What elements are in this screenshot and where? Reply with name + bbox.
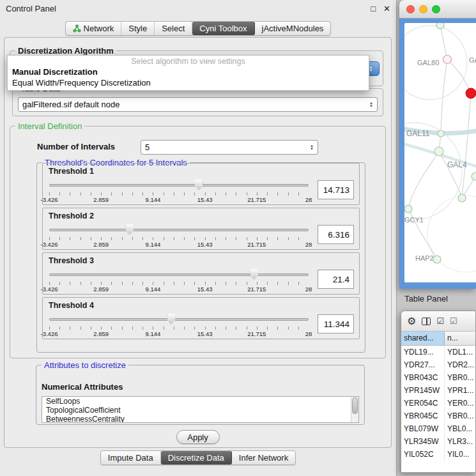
interval-definition-group: Interval Definition Number of Intervals … [10,126,386,358]
list-item[interactable]: SelfLoops [42,397,358,406]
network-node-selected [466,88,476,98]
table-cell[interactable]: YER054C [401,397,445,410]
table-cell[interactable]: YBR043C [401,371,445,384]
table-row[interactable]: YBR045C YBR0... [401,410,475,422]
select-all-icon[interactable]: ☑ [436,317,444,325]
network-canvas[interactable]: GAL80 GA GAL11 GAL4 GCY1 HAP2 [404,23,476,282]
group-title: Interval Definition [15,121,84,131]
close-icon[interactable]: ✕ [383,4,390,13]
column-header-name[interactable]: n... [445,332,475,345]
table-cell[interactable]: YBL079W [401,422,445,435]
threshold-slider[interactable]: -3.426 2.859 9.144 15.43 21.715 28 [49,268,309,293]
table-row[interactable]: YER054C YER0... [401,397,475,410]
tab-jactivemnodules[interactable]: jActiveMNodules [255,22,331,35]
slider-thumb[interactable] [195,180,203,190]
threshold-value-field[interactable]: 11.344 [318,314,354,334]
scrollbar-thumb[interactable] [352,397,358,414]
group-title: Attributes to discretize [42,360,128,370]
table-cell[interactable]: YIL0... [445,448,475,461]
table-cell[interactable]: YDR27... [401,358,445,371]
table-cell[interactable]: YDL1... [445,346,475,358]
tab-infer-network[interactable]: Infer Network [232,451,295,464]
tab-cyni-toolbox[interactable]: Cyni Toolbox [192,22,254,35]
network-node [434,147,443,156]
scale-label: 9.144 [146,241,161,248]
popup-item-equal-width-frequency[interactable]: Equal Width/Frequency Discretization [8,77,369,88]
node-label: GAL11 [406,129,430,138]
tab-impute-data[interactable]: Impute Data [101,451,161,464]
tab-discretize-data[interactable]: Discretize Data [161,451,232,464]
slider-thumb[interactable] [167,314,175,325]
tab-select[interactable]: Select [155,22,192,35]
table-data-combobox[interactable]: galFiltered.sif default node ▲▼ [18,97,378,112]
list-item[interactable]: BetweennessCentrality [42,415,358,423]
table-cell[interactable]: YPR145W [401,384,445,397]
table-row[interactable]: YDR27... YDR2... [401,358,475,371]
table-cell[interactable]: YDL19... [401,346,445,358]
table-row[interactable]: YLR345W YLR3... [401,435,475,448]
zoom-traffic-light[interactable] [432,5,440,13]
slider-thumb[interactable] [125,224,134,235]
threshold-slider[interactable]: -3.426 2.859 9.144 15.43 21.715 28 [49,224,309,248]
table-row[interactable]: YBR043C YBR0... [401,371,475,384]
table-cell[interactable]: YBR0... [445,410,475,422]
popup-item-manual-discretization[interactable]: Manual Discretization [8,66,369,77]
threshold-value-field[interactable]: 21.4 [318,270,354,289]
attributes-group: Attributes to discretize Numerical Attri… [36,365,365,425]
scale-label: 15.43 [197,330,213,337]
network-graph: GAL80 GA GAL11 GAL4 GCY1 HAP2 [404,23,476,282]
scale-label: 9.144 [146,286,161,293]
table-row[interactable]: YDL19... YDL1... [401,346,475,358]
gear-icon[interactable]: ⚙ [407,316,416,326]
number-of-intervals-label: Number of Intervals [37,142,115,151]
node-label: GA [469,56,476,64]
network-node [404,205,412,213]
number-of-intervals-combobox[interactable]: 5 ▲▼ [141,140,318,155]
threshold-label: Threshold 2 [49,211,94,220]
scale-label: 28 [305,241,312,248]
tab-network[interactable]: Network [66,22,122,35]
float-window-icon[interactable]: □ [371,4,376,13]
threshold-panel: Threshold 2 -3.426 2.859 9.144 15.43 [42,208,360,250]
table-cell[interactable]: YDR2... [445,358,475,371]
select-some-icon[interactable]: ☑ [450,317,457,325]
numerical-attributes-list[interactable]: SelfLoops TopologicalCoefficient Between… [42,396,359,423]
slider-track [49,229,309,231]
threshold-label: Threshold 1 [49,167,94,176]
network-node [472,173,476,180]
table-row[interactable]: YIL052C YIL0... [401,448,475,461]
column-header-shared-name[interactable]: shared... [401,332,445,345]
scale-label: 21.715 [247,286,266,293]
apply-button[interactable]: Apply [176,430,220,444]
list-item[interactable]: TopologicalCoefficient [42,406,358,415]
columns-icon[interactable] [422,318,431,325]
node-label: GCY1 [404,216,424,224]
slider-thumb[interactable] [250,269,258,280]
table-panel-title: Table Panel [404,294,448,303]
node-label: GAL4 [447,160,467,169]
table-row[interactable]: YPR145W YPR1... [401,384,475,397]
threshold-slider[interactable]: -3.426 2.859 9.144 15.43 21.715 28 [49,313,309,337]
table-cell[interactable]: YPR1... [445,384,475,397]
table-cell[interactable]: YBR0... [445,371,475,384]
network-node [458,194,466,202]
threshold-slider[interactable]: -3.426 2.859 9.144 15.43 21.715 28 [49,179,309,203]
table-cell[interactable]: YLR3... [445,435,475,448]
table-cell[interactable]: YBR045C [401,410,445,422]
table-cell[interactable]: YIL052C [401,448,445,461]
slider-ticks [49,326,309,330]
slider-scale-labels: -3.426 2.859 9.144 15.43 21.715 28 [49,196,309,203]
tab-label: Impute Data [108,453,153,463]
table-cell[interactable]: YLR345W [401,435,445,448]
table-row[interactable]: YBL079W YBL0... [401,422,475,435]
threshold-value-field[interactable]: 14.713 [318,180,354,199]
node-label: GAL80 [417,59,439,66]
threshold-value-field[interactable]: 6.316 [318,225,354,244]
list-scrollbar[interactable] [351,397,358,422]
close-traffic-light[interactable] [406,5,415,13]
minimize-traffic-light[interactable] [419,5,427,13]
table-cell[interactable]: YER0... [445,397,475,410]
tab-style[interactable]: Style [121,22,155,35]
slider-ticks [49,192,309,196]
table-cell[interactable]: YBL0... [445,422,475,435]
